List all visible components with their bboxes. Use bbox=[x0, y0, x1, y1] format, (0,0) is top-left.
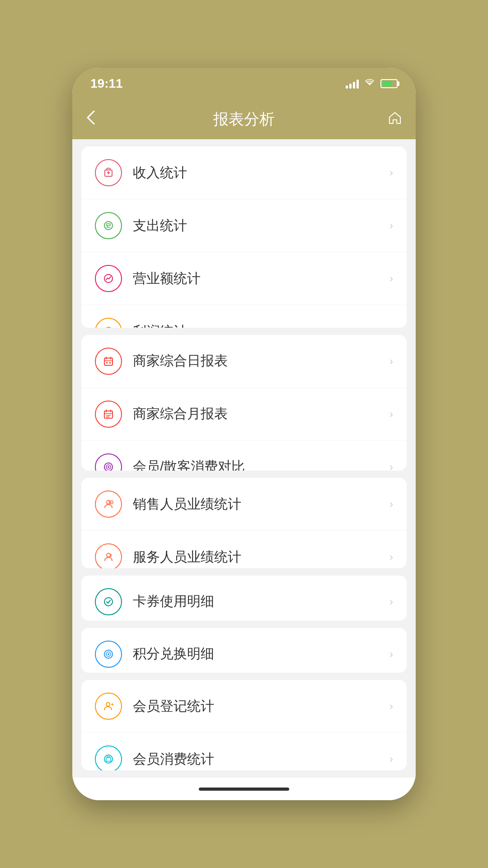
back-button[interactable] bbox=[86, 109, 113, 129]
phone-frame: 19:11 报表分析 bbox=[72, 68, 416, 800]
sales-staff-chevron: › bbox=[389, 498, 393, 510]
menu-item-member-compare[interactable]: 会员/散客消费对比 › bbox=[81, 441, 407, 471]
menu-item-monthly-report[interactable]: 商家综合月报表 › bbox=[81, 388, 407, 441]
menu-item-income[interactable]: 收入统计 › bbox=[81, 146, 407, 199]
battery-icon bbox=[380, 79, 398, 88]
revenue-label: 营业额统计 bbox=[133, 269, 389, 288]
menu-group-reports: 商家综合日报表 › 商家综合月报表 › bbox=[81, 335, 407, 471]
menu-item-member-register[interactable]: 会员登记统计 › bbox=[81, 680, 407, 733]
svg-point-13 bbox=[107, 553, 110, 557]
menu-item-service-staff[interactable]: 服务人员业绩统计 › bbox=[81, 531, 407, 568]
signal-icon bbox=[346, 79, 359, 89]
menu-item-points-detail[interactable]: 积分兑换明细 › bbox=[81, 628, 407, 673]
service-staff-label: 服务人员业绩统计 bbox=[133, 548, 389, 566]
service-staff-chevron: › bbox=[389, 551, 393, 563]
expense-icon bbox=[95, 212, 122, 239]
svg-point-10 bbox=[108, 466, 109, 468]
card-detail-label: 卡券使用明细 bbox=[133, 592, 389, 611]
monthly-report-icon bbox=[95, 401, 122, 428]
sales-staff-label: 销售人员业绩统计 bbox=[133, 495, 389, 514]
menu-item-sales-staff[interactable]: 销售人员业绩统计 › bbox=[81, 478, 407, 531]
svg-rect-4 bbox=[104, 358, 113, 365]
profit-icon bbox=[95, 318, 122, 328]
svg-point-17 bbox=[108, 653, 109, 655]
member-consume-icon bbox=[95, 745, 122, 770]
member-consume-chevron: › bbox=[389, 753, 393, 765]
points-detail-label: 积分兑换明细 bbox=[133, 645, 389, 663]
status-icons bbox=[346, 78, 398, 90]
nav-bar: 报表分析 bbox=[72, 99, 416, 139]
income-chevron: › bbox=[389, 166, 393, 179]
menu-group-points: 积分兑换明细 › bbox=[81, 628, 407, 673]
expense-label: 支出统计 bbox=[133, 217, 389, 235]
wifi-icon bbox=[364, 78, 375, 90]
menu-group-card: 卡券使用明细 › bbox=[81, 576, 407, 621]
content-area: 收入统计 › 支出统计 › bbox=[72, 139, 416, 778]
menu-item-member-consume[interactable]: 会员消费统计 › bbox=[81, 733, 407, 770]
svg-rect-5 bbox=[106, 362, 108, 363]
profit-chevron: › bbox=[389, 325, 393, 328]
member-register-label: 会员登记统计 bbox=[133, 697, 389, 716]
status-bar: 19:11 bbox=[72, 68, 416, 99]
member-compare-icon bbox=[95, 453, 122, 471]
revenue-chevron: › bbox=[389, 272, 393, 285]
expense-chevron: › bbox=[389, 219, 393, 232]
service-staff-icon bbox=[95, 543, 122, 568]
income-label: 收入统计 bbox=[133, 164, 389, 182]
member-compare-label: 会员/散客消费对比 bbox=[133, 458, 389, 471]
status-time: 19:11 bbox=[90, 76, 123, 91]
member-register-icon bbox=[95, 693, 122, 720]
svg-rect-20 bbox=[106, 758, 111, 761]
monthly-report-label: 商家综合月报表 bbox=[133, 405, 389, 423]
menu-item-card-detail[interactable]: 卡券使用明细 › bbox=[81, 576, 407, 621]
svg-rect-6 bbox=[109, 362, 111, 363]
menu-group-staff: 销售人员业绩统计 › 服务人员业绩统计 › bbox=[81, 478, 407, 568]
svg-point-18 bbox=[106, 703, 110, 706]
menu-item-daily-report[interactable]: 商家综合日报表 › bbox=[81, 335, 407, 388]
menu-group-stats: 收入统计 › 支出统计 › bbox=[81, 146, 407, 328]
daily-report-icon bbox=[95, 348, 122, 375]
points-detail-icon bbox=[95, 641, 122, 668]
card-detail-icon bbox=[95, 588, 122, 615]
card-detail-chevron: › bbox=[389, 595, 393, 608]
income-icon bbox=[95, 159, 122, 186]
menu-item-revenue[interactable]: 营业额统计 › bbox=[81, 252, 407, 305]
daily-report-chevron: › bbox=[389, 355, 393, 368]
menu-item-expense[interactable]: 支出统计 › bbox=[81, 199, 407, 252]
page-title: 报表分析 bbox=[213, 109, 275, 130]
points-detail-chevron: › bbox=[389, 648, 393, 660]
revenue-icon bbox=[95, 265, 122, 292]
home-indicator-bar bbox=[199, 788, 289, 791]
member-consume-label: 会员消费统计 bbox=[133, 750, 389, 769]
home-indicator bbox=[72, 778, 416, 800]
monthly-report-chevron: › bbox=[389, 408, 393, 420]
member-compare-chevron: › bbox=[389, 461, 393, 471]
daily-report-label: 商家综合日报表 bbox=[133, 352, 389, 370]
sales-staff-icon bbox=[95, 491, 122, 518]
home-button[interactable] bbox=[375, 111, 402, 128]
svg-point-14 bbox=[104, 598, 113, 606]
profit-label: 利润统计 bbox=[133, 322, 389, 328]
member-register-chevron: › bbox=[389, 700, 393, 712]
menu-item-profit[interactable]: 利润统计 › bbox=[81, 305, 407, 328]
menu-group-member: 会员登记统计 › 会员消费统计 › bbox=[81, 680, 407, 770]
